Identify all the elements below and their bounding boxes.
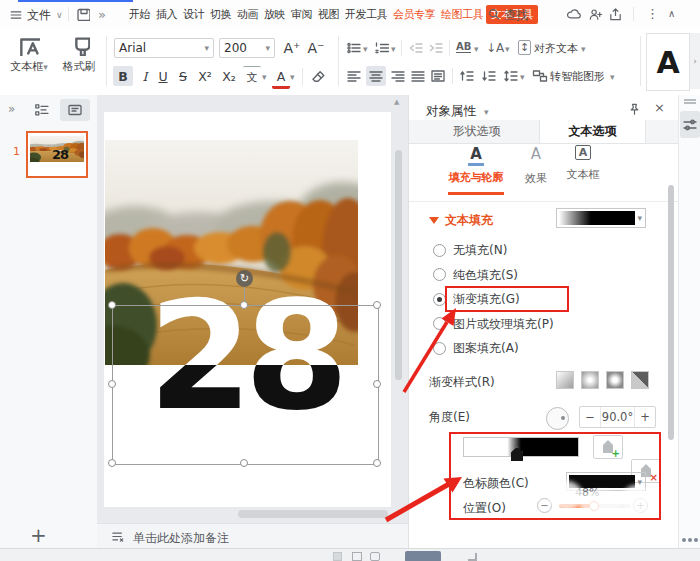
tab-member[interactable]: 会员专享 [390,7,438,22]
tab-drawing-tools[interactable]: 绘图工具 [438,7,486,22]
sidebar-dot[interactable] [688,538,692,542]
more-toolbar-icon[interactable]: » [98,7,106,22]
distribute-text-icon[interactable] [430,68,446,84]
radio-picture-fill[interactable] [433,317,446,330]
superscript-button[interactable]: X² [194,66,216,86]
font-size-select[interactable]: 200▾ [219,38,275,58]
radio-solid-fill-label[interactable]: 纯色填充(S) [453,267,518,284]
add-gradient-stop-button[interactable]: + [593,435,623,459]
subtab-effects[interactable]: A 效果 [521,145,551,186]
menu-icon[interactable] [9,8,23,22]
status-glyph[interactable] [468,553,477,561]
save-icon[interactable] [76,7,90,21]
close-panel-icon[interactable]: × [654,100,665,115]
text-fill-title[interactable]: 文本填充 [445,212,493,229]
share-icon[interactable] [608,7,623,22]
phonetic-guide-button[interactable]: 文 [243,66,261,87]
bullet-list-icon[interactable] [346,40,362,56]
tab-review[interactable]: 审阅 [288,7,315,22]
panel-scrollbar[interactable] [668,185,674,440]
line-spacing-caret-icon[interactable]: ▾ [520,72,525,82]
insert-textbox-button[interactable]: 文本框▾ [6,34,52,74]
paragraph-spacing-increase-icon[interactable] [459,68,475,84]
search-icon[interactable] [487,7,501,21]
tab-developer[interactable]: 开发工具 [342,7,390,22]
collapse-ribbon-icon[interactable]: ∧ [668,8,675,19]
play-slideshow-button[interactable] [405,551,441,561]
decrease-font-button[interactable]: A⁻ [307,38,325,58]
tab-text-options[interactable]: 文本选项 [539,120,646,143]
horizontal-scrollbar[interactable] [238,510,388,518]
radio-pattern-fill-label[interactable]: 图案填充(A) [453,340,519,357]
rotate-handle-icon[interactable]: ↻ [236,270,253,287]
underline-button[interactable]: U [154,66,172,86]
scroll-up-icon[interactable]: ▲ [394,98,399,106]
sidebar-dot[interactable] [694,538,698,542]
align-text-icon[interactable]: ↕ [518,40,531,55]
fill-preview-dropdown[interactable]: ▾ [556,208,646,228]
tab-view[interactable]: 视图 [315,7,342,22]
selection-handle-se[interactable] [373,459,381,467]
invite-user-icon[interactable] [588,7,603,22]
font-color-button[interactable]: A [272,66,290,89]
outline-view-icon[interactable] [34,102,50,118]
angle-decrease-button[interactable]: − [580,407,601,427]
angle-value[interactable]: 90.0° [601,407,634,427]
format-painter-button[interactable]: 格式刷 [56,34,102,74]
slide-sorter-icon[interactable] [370,552,380,561]
text-selection-box[interactable] [112,305,379,465]
subtab-fill-outline[interactable]: A 填充与轮廓 [448,145,504,185]
vertical-text-icon[interactable]: ↓A [486,41,504,55]
selection-handle-ne[interactable] [373,301,381,309]
text-direction-button[interactable]: AB [456,41,471,53]
tab-animation[interactable]: 动画 [234,7,261,22]
notes-bar[interactable]: 单击此处添加备注 [97,523,408,548]
numbered-list-icon[interactable] [374,40,390,56]
selection-handle-nw[interactable] [108,301,116,309]
smart-graphic-label[interactable]: 转智能图形 [550,69,605,84]
sidebar-dot[interactable] [682,538,686,542]
font-color-caret-icon[interactable]: ▾ [290,72,295,82]
paragraph-spacing-decrease-icon[interactable] [481,68,497,84]
tab-insert[interactable]: 插入 [153,7,180,22]
selection-handle-s[interactable] [240,459,248,467]
radio-pattern-fill[interactable] [433,342,446,355]
selection-handle-n[interactable] [240,301,248,309]
sidebar-handle[interactable] [684,99,696,101]
properties-sidebar-button[interactable] [680,111,700,138]
radio-no-fill-label[interactable]: 无填充(N) [453,242,507,259]
gradient-style-diagonal[interactable] [631,371,649,389]
panel-title[interactable]: 对象属性 [426,103,476,120]
subscript-button[interactable]: X₂ [218,66,240,86]
angle-dial[interactable] [546,407,569,430]
align-right-icon[interactable] [390,68,406,84]
line-spacing-icon[interactable] [503,68,519,84]
italic-button[interactable]: I [136,66,154,86]
text-direction-caret-icon[interactable]: ▾ [474,44,479,54]
radio-gradient-fill[interactable] [433,293,446,306]
smart-graphic-caret-icon[interactable]: ▾ [610,72,615,82]
gradient-style-radial[interactable] [581,371,599,389]
pin-panel-icon[interactable] [627,102,642,117]
selection-handle-w[interactable] [108,380,116,388]
tab-slideshow[interactable]: 放映 [261,7,288,22]
wordart-gallery-scroll[interactable]: › [690,33,700,89]
angle-increase-button[interactable]: + [634,407,655,427]
expand-panel-icon[interactable]: » [8,102,15,116]
decrease-indent-icon[interactable] [408,40,424,56]
selection-handle-e[interactable] [373,380,381,388]
slide-view-button[interactable] [60,99,90,121]
align-text-caret-icon[interactable]: ▾ [581,44,586,54]
gradient-style-linear[interactable] [556,371,574,389]
tab-transition[interactable]: 切换 [207,7,234,22]
tab-home[interactable]: 开始 [126,7,153,22]
clear-format-eraser-icon[interactable] [310,68,327,85]
vertical-scrollbar[interactable] [395,150,402,380]
file-menu-caret-icon[interactable]: ∨ [56,10,63,20]
normal-view-icon[interactable] [352,552,362,561]
tab-shape-options[interactable]: 形状选项 [424,120,529,142]
wordart-style-preview[interactable]: A [646,33,690,91]
subtab-textbox[interactable]: A 文本框 [561,145,605,182]
gradient-style-rectangular[interactable] [606,371,624,389]
slide-thumbnail[interactable]: 28 [26,131,88,178]
